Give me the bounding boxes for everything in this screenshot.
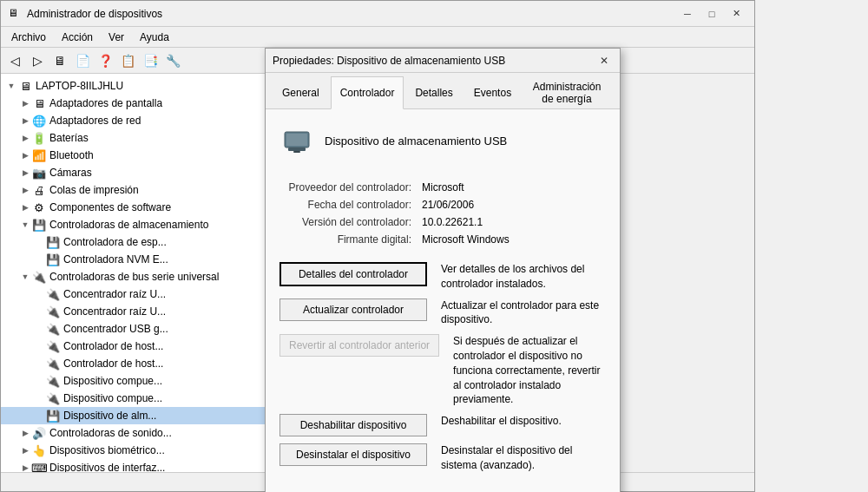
detalles-desc: Ver detalles de los archivos del control… [441,262,606,292]
usb-icon: 🔌 [46,391,60,405]
usb-icon: 🔌 [46,374,60,388]
minimize-button[interactable]: ─ [676,5,699,23]
bluetooth-icon: 📶 [32,148,46,162]
actualizar-desc: Actualizar el controlador para este disp… [441,298,606,328]
tab-detalles[interactable]: Detalles [405,76,462,108]
device-icon [279,123,314,158]
toolbar-btn4[interactable]: 📋 [117,50,138,71]
svg-rect-2 [286,134,307,146]
item-label: Controladora de esp... [63,236,167,248]
button-row-3: Deshabilitar dispositivo Deshabilitar el… [279,414,606,436]
tree-item-1[interactable]: ▶ 🌐 Adaptadores de red [1,112,269,129]
tab-general[interactable]: General [273,76,329,108]
tree-item-10[interactable]: ▼ 🔌 Controladoras de bus serie universal [1,268,269,285]
tree-item-8[interactable]: 💾 Controladora de esp... [1,233,269,251]
fecha-label: Fecha del controlador: [279,196,418,213]
item-icon: 🌐 [32,114,46,128]
item-label: Dispositivos de interfaz... [49,462,165,472]
menu-archivo[interactable]: Archivo [4,30,53,45]
expand-icon: ▶ [18,186,32,194]
tab-controlador[interactable]: Controlador [331,76,404,109]
menu-ver[interactable]: Ver [102,30,131,45]
tree-item-13[interactable]: 🔌 Concentrador USB g... [1,320,269,338]
tree-item-2[interactable]: ▶ 🔋 Baterías [1,129,269,147]
toolbar-btn3[interactable]: ❓ [95,50,115,71]
usb-icon: 🔌 [46,339,60,353]
dialog-title-bar: Propiedades: Dispositivo de almacenamien… [266,49,620,73]
item-icon: 📷 [32,166,46,180]
item-label: Componentes de software [49,201,171,213]
title-bar-left: 🖥 Administrador de dispositivos [8,7,162,21]
tree-item-20[interactable]: ▶ 👆 Dispositivos biométrico... [1,442,269,459]
item-label: Baterías [49,132,89,144]
tree-item-4[interactable]: ▶ 📷 Cámaras [1,164,269,181]
tree-item-0[interactable]: ▶ 🖥 Adaptadores de pantalla [1,95,269,112]
tree-item-5[interactable]: ▶ 🖨 Colas de impresión [1,181,269,199]
usb-icon: 🔌 [46,287,60,301]
tree-item-15[interactable]: 🔌 Controlador de host... [1,355,269,372]
close-button[interactable]: ✕ [725,5,747,23]
tree-item-18[interactable]: 💾 Dispositivo de alm... [1,407,269,424]
item-label: Dispositivos biométrico... [49,444,165,456]
desinstalar-button[interactable]: Desinstalar el dispositivo [279,443,427,466]
tree-item-21[interactable]: ▶ ⌨ Dispositivos de interfaz... [1,459,269,472]
tree-item-12[interactable]: 🔌 Concentrador raíz U... [1,303,269,320]
properties-table: Proveedor del controlador: Microsoft Fec… [279,179,606,248]
item-icon: 🖥 [32,96,46,110]
properties-dialog: Propiedades: Dispositivo de almacenamien… [265,48,621,492]
detalles-controlador-button[interactable]: Detalles del controlador [279,262,427,286]
tree-item-19[interactable]: ▶ 🔊 Controladoras de sonido... [1,424,269,442]
item-icon: 🔌 [32,270,46,284]
tab-eventos[interactable]: Eventos [464,76,521,108]
item-label: Colas de impresión [49,184,139,196]
revertir-controlador-button[interactable]: Revertir al controlador anterior [279,334,439,357]
button-row-0: Detalles del controlador Ver detalles de… [279,262,606,292]
dialog-close-button[interactable]: ✕ [595,53,613,69]
tab-energia[interactable]: Administración de energía [523,76,611,108]
toolbar-btn2[interactable]: 📄 [72,50,93,71]
toolbar-forward[interactable]: ▷ [27,50,48,71]
maximize-button[interactable]: □ [700,5,723,23]
prop-proveedor: Proveedor del controlador: Microsoft [279,179,606,196]
device-header: Dispositivo de almacenamiento USB [279,123,606,165]
toolbar-back[interactable]: ◁ [4,50,25,71]
button-row-1: Actualizar controlador Actualizar el con… [279,298,606,328]
toolbar-btn1[interactable]: 🖥 [49,50,70,71]
item-icon: 🔊 [32,426,46,440]
version-label: Versión del controlador: [279,213,418,231]
menu-accion[interactable]: Acción [55,30,100,45]
expand-icon: ▼ [18,272,32,281]
actualizar-controlador-button[interactable]: Actualizar controlador [279,298,427,321]
menu-ayuda[interactable]: Ayuda [133,30,176,45]
item-label: Controladoras de bus serie universal [49,271,219,283]
title-bar-controls: ─ □ ✕ [676,5,747,23]
toolbar-btn6[interactable]: 🔧 [162,50,183,71]
item-label: Cámaras [49,167,92,179]
tree-item-bluetooth[interactable]: ▶ 📶 Bluetooth [1,147,269,164]
usb-icon: 🔌 [46,305,60,318]
item-label: Controlador de host... [63,358,163,370]
tree-item-17[interactable]: 🔌 Dispositivo compue... [1,390,269,407]
expand-icon: ▼ [4,82,18,90]
tree-item-9[interactable]: 💾 Controladora NVM E... [1,251,269,268]
item-label: Controladora NVM E... [63,253,168,266]
tree-item-6[interactable]: ▶ ⚙ Componentes de software [1,199,269,216]
usb-storage-icon: 💾 [46,409,60,423]
deshabilitar-button[interactable]: Deshabilitar dispositivo [279,414,427,436]
dialog-tabs: General Controlador Detalles Eventos Adm… [266,73,620,109]
desinstalar-desc: Desinstalar el dispositivo del sistema (… [441,443,606,473]
expand-icon: ▶ [18,151,32,160]
title-bar: 🖥 Administrador de dispositivos ─ □ ✕ [1,1,754,27]
tree-item-11[interactable]: 🔌 Concentrador raíz U... [1,285,269,303]
tree-root[interactable]: ▼ 🖥 LAPTOP-8IILJHLU [1,77,269,95]
version-value: 10.0.22621.1 [418,213,606,231]
tree-item-14[interactable]: 🔌 Controlador de host... [1,338,269,355]
device-name: Dispositivo de almacenamiento USB [325,134,507,148]
tree-item-16[interactable]: 🔌 Dispositivo compue... [1,372,269,390]
firm-value: Microsoft Windows [418,231,606,248]
button-row-4: Desinstalar el dispositivo Desinstalar e… [279,443,606,473]
item-icon: 🔋 [32,131,46,145]
tree-item-7[interactable]: ▼ 💾 Controladoras de almacenamiento [1,216,269,233]
toolbar-btn5[interactable]: 📑 [140,50,161,71]
item-icon: ⌨ [32,461,46,472]
